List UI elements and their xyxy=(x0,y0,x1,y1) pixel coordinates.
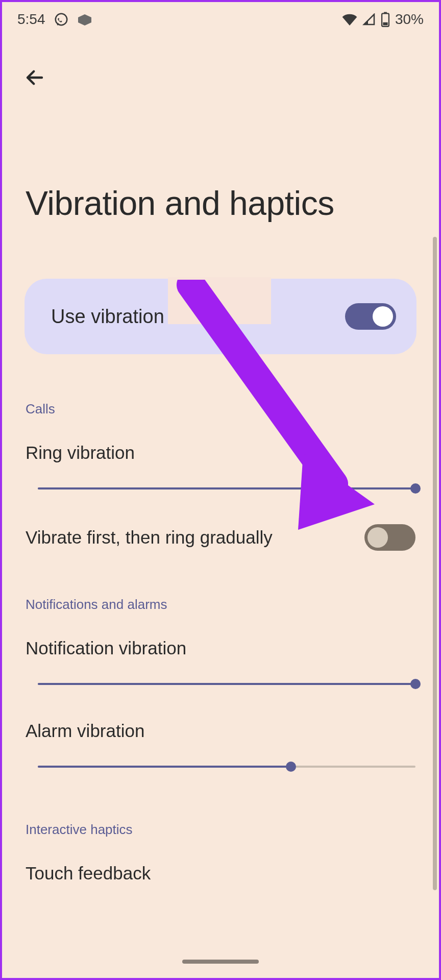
arrow-back-icon xyxy=(24,67,45,88)
toggle-thumb xyxy=(368,527,388,548)
page-title: Vibration and haptics xyxy=(26,184,439,223)
notification-vibration-slider[interactable] xyxy=(38,679,415,689)
svg-rect-3 xyxy=(383,22,387,26)
vibrate-first-toggle[interactable] xyxy=(364,524,415,551)
slider-fill xyxy=(38,766,291,768)
section-header-calls: Calls xyxy=(26,401,439,417)
vibrate-first-row[interactable]: Vibrate first, then ring gradually xyxy=(26,524,415,551)
use-vibration-toggle[interactable] xyxy=(345,303,396,330)
status-bar: 5:54 30% xyxy=(2,2,439,33)
slider-handle[interactable] xyxy=(410,483,421,494)
nav-bar-handle[interactable] xyxy=(182,960,259,964)
alarm-vibration-label: Alarm vibration xyxy=(26,721,439,741)
wifi-icon xyxy=(342,13,357,26)
touch-feedback-label: Touch feedback xyxy=(26,863,439,884)
status-bar-right: 30% xyxy=(342,11,424,28)
cell-signal-icon xyxy=(362,13,376,26)
whatsapp-icon xyxy=(54,12,69,27)
slider-fill xyxy=(38,487,415,489)
slider-fill xyxy=(38,683,415,685)
scroll-indicator-right xyxy=(433,237,437,890)
notification-vibration-label: Notification vibration xyxy=(26,638,439,658)
section-header-interactive: Interactive haptics xyxy=(26,822,439,838)
svg-rect-2 xyxy=(384,12,387,14)
ring-vibration-label: Ring vibration xyxy=(26,443,439,463)
back-button[interactable] xyxy=(20,63,49,92)
package-icon xyxy=(77,13,92,26)
vibrate-first-label: Vibrate first, then ring gradually xyxy=(26,527,273,548)
alarm-vibration-slider[interactable] xyxy=(38,762,415,772)
slider-handle[interactable] xyxy=(410,679,421,689)
battery-icon xyxy=(381,12,390,27)
svg-point-0 xyxy=(55,14,67,26)
status-time: 5:54 xyxy=(17,11,45,28)
ring-vibration-slider[interactable] xyxy=(38,483,415,494)
redaction-overlay xyxy=(168,277,271,324)
slider-handle[interactable] xyxy=(286,762,296,772)
battery-percent: 30% xyxy=(395,11,424,28)
section-header-notifications: Notifications and alarms xyxy=(26,597,439,612)
toggle-thumb xyxy=(373,306,393,327)
status-bar-left: 5:54 xyxy=(17,11,92,28)
